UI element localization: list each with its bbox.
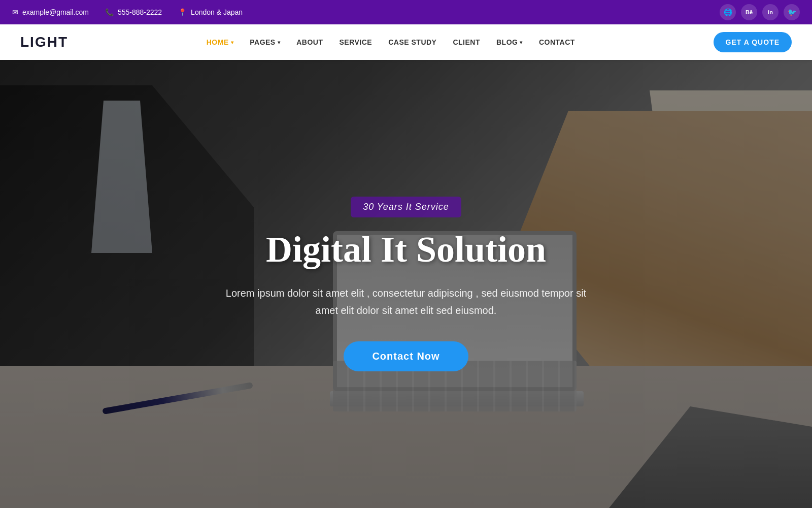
twitter-icon[interactable]: 🐦: [784, 4, 800, 20]
nav-about-label: ABOUT: [296, 38, 323, 46]
nav-home[interactable]: HOME ▾: [199, 34, 241, 50]
email-item: ✉ example@gmail.com: [12, 8, 89, 16]
nav-pages-label: PAGES: [250, 38, 275, 46]
linkedin-icon[interactable]: in: [762, 4, 779, 20]
nav-client-label: CLIENT: [453, 38, 480, 46]
nav-contact[interactable]: CONTACT: [532, 34, 582, 50]
nav-client[interactable]: CLIENT: [446, 34, 487, 50]
hero-title: Digital It Solution: [266, 230, 546, 270]
nav-blog-label: BLOG: [496, 38, 518, 46]
chevron-down-icon: ▾: [231, 40, 234, 45]
phone-item: 📞 555-888-2222: [105, 8, 162, 16]
nav-links: HOME ▾ PAGES ▾ ABOUT SERVICE CASE STUDY …: [199, 34, 582, 50]
hero-section: 30 Years It Service Digital It Solution …: [0, 60, 812, 508]
top-bar: ✉ example@gmail.com 📞 555-888-2222 📍 Lon…: [0, 0, 812, 24]
phone-text: 555-888-2222: [118, 8, 162, 16]
globe-icon[interactable]: 🌐: [720, 4, 736, 20]
nav-blog[interactable]: BLOG ▾: [489, 34, 530, 50]
chevron-down-icon: ▾: [278, 40, 281, 45]
phone-icon: 📞: [105, 8, 114, 16]
nav-pages[interactable]: PAGES ▾: [243, 34, 287, 50]
email-text: example@gmail.com: [22, 8, 89, 16]
nav-contact-label: CONTACT: [539, 38, 575, 46]
nav-service-label: SERVICE: [339, 38, 372, 46]
nav-case-study-label: CASE STUDY: [388, 38, 436, 46]
hero-badge: 30 Years It Service: [351, 197, 461, 217]
logo: LIGHT: [20, 34, 68, 50]
social-icons: 🌐 Bē in 🐦: [720, 4, 800, 20]
nav-about[interactable]: ABOUT: [289, 34, 330, 50]
email-icon: ✉: [12, 8, 18, 16]
nav-home-label: HOME: [207, 38, 229, 46]
nav-case-study[interactable]: CASE STUDY: [381, 34, 444, 50]
navbar: LIGHT HOME ▾ PAGES ▾ ABOUT SERVICE CASE …: [0, 24, 812, 60]
chevron-down-icon: ▾: [520, 40, 523, 45]
location-item: 📍 London & Japan: [178, 8, 243, 16]
location-icon: 📍: [178, 8, 187, 16]
nav-service[interactable]: SERVICE: [332, 34, 379, 50]
top-bar-left: ✉ example@gmail.com 📞 555-888-2222 📍 Lon…: [12, 8, 243, 16]
contact-now-button[interactable]: Contact Now: [344, 341, 468, 371]
hero-content: 30 Years It Service Digital It Solution …: [0, 60, 812, 508]
hero-subtitle: Lorem ipsum dolor sit amet elit , consec…: [213, 284, 599, 319]
get-quote-button[interactable]: GET A QUOTE: [714, 32, 792, 52]
location-text: London & Japan: [191, 8, 243, 16]
behance-icon[interactable]: Bē: [741, 4, 757, 20]
